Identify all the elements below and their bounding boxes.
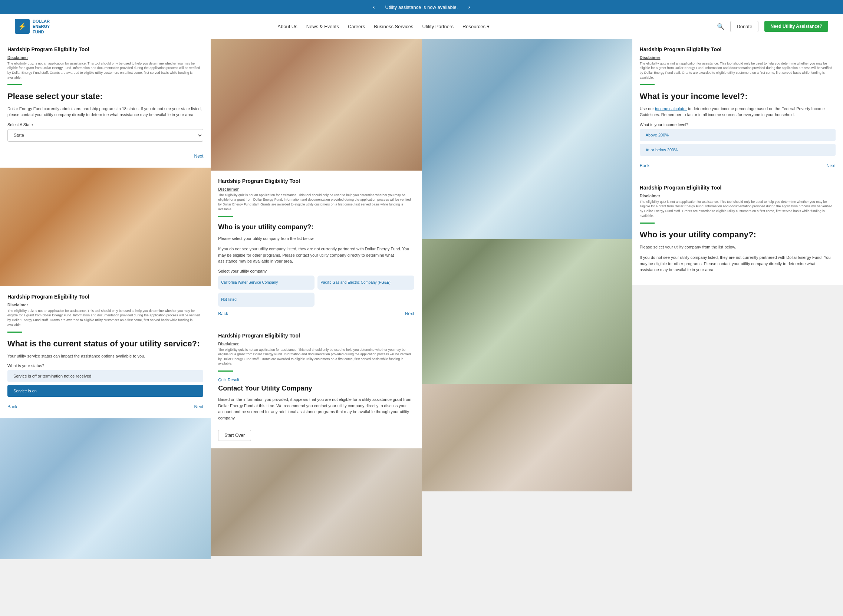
tool-title-3: Hardship Program Eligibility Tool <box>640 46 836 52</box>
card-income-level: Hardship Program Eligibility Tool Discla… <box>632 39 843 177</box>
green-divider-6 <box>640 223 655 224</box>
state-select-label: Select A State <box>7 122 203 127</box>
contact-utility-heading: Contact Your Utility Company <box>218 384 414 393</box>
income-body: Use our income calculator Use our income… <box>640 106 836 118</box>
utility-heading: Who is your utility company?: <box>218 223 414 232</box>
navbar: ⚡ DOLLAR ENERGY FUND About Us News & Eve… <box>0 14 843 39</box>
banner-message: Utility assistance is now available. <box>386 4 458 10</box>
disclaimer-label-2: Disclaimer <box>218 187 414 191</box>
green-divider-5 <box>218 371 233 372</box>
donate-button[interactable]: Donate <box>730 21 758 32</box>
photo-baby <box>422 39 632 239</box>
nav-about[interactable]: About Us <box>277 24 297 29</box>
disclaimer-text-4: The eligibility quiz is not an applicati… <box>7 308 203 327</box>
column-4: Hardship Program Eligibility Tool Discla… <box>632 39 843 559</box>
green-divider-2 <box>218 216 233 217</box>
tool-title-4: Hardship Program Eligibility Tool <box>7 294 203 300</box>
green-divider-1 <box>7 84 22 85</box>
card2-nav: Back Next <box>218 309 414 318</box>
status-option-off[interactable]: Service is off or termination notice rec… <box>7 370 203 382</box>
disclaimer-label-4: Disclaimer <box>7 303 203 307</box>
banner-next-button[interactable]: › <box>465 4 473 10</box>
photo-elderly-couple <box>211 448 421 556</box>
photo-elderly-woman <box>422 384 632 491</box>
card-service-status: Hardship Program Eligibility Tool Discla… <box>0 286 211 418</box>
nav-business[interactable]: Business Services <box>374 24 413 29</box>
tool-title-2: Hardship Program Eligibility Tool <box>218 178 414 184</box>
income-question-label: What is your income level? <box>640 122 836 127</box>
income-calculator-link[interactable]: income calculator <box>655 106 687 111</box>
search-icon[interactable]: 🔍 <box>717 23 724 30</box>
disclaimer-label-5: Disclaimer <box>218 342 414 346</box>
disclaimer-label-6: Disclaimer <box>640 194 836 198</box>
photo-women <box>0 418 211 559</box>
state-next-button[interactable]: Next <box>194 152 204 160</box>
utility-option-pge[interactable]: Pacific Gas and Electric Company (PG&E) <box>317 276 414 290</box>
status-option-on[interactable]: Service is on <box>7 385 203 397</box>
contact-utility-body: Based on the information you provided, i… <box>218 396 414 421</box>
logo-text: DOLLAR ENERGY FUND <box>33 19 50 34</box>
column-3 <box>422 39 632 559</box>
tool-title-1: Hardship Program Eligibility Tool <box>7 46 203 52</box>
income-heading: What is your income level?: <box>640 91 836 102</box>
utility-next-button[interactable]: Next <box>405 309 414 318</box>
utility-body1: Please select your utility company from … <box>218 236 414 242</box>
nav-careers[interactable]: Careers <box>348 24 365 29</box>
status-back-button[interactable]: Back <box>7 403 18 411</box>
service-status-body: Your utility service status can impact t… <box>7 353 203 359</box>
status-question-label: What is your status? <box>7 364 203 368</box>
nav-news[interactable]: News & Events <box>306 24 339 29</box>
logo: ⚡ DOLLAR ENERGY FUND <box>15 19 50 34</box>
income-back-button[interactable]: Back <box>640 162 650 170</box>
card-quiz-result: Hardship Program Eligibility Tool Discla… <box>211 325 421 449</box>
service-status-heading: What is the current status of your utili… <box>7 339 203 349</box>
card-select-state: Hardship Program Eligibility Tool Discla… <box>0 39 211 168</box>
tool-title-5: Hardship Program Eligibility Tool <box>218 333 414 339</box>
top-banner: ‹ Utility assistance is now available. › <box>0 0 843 14</box>
column-1: Hardship Program Eligibility Tool Discla… <box>0 39 211 559</box>
disclaimer-text-5: The eligibility quiz is not an applicati… <box>218 348 414 366</box>
need-assistance-button[interactable]: Need Utility Assistance? <box>764 21 828 32</box>
utility-body2: If you do not see your utility company l… <box>218 246 414 264</box>
utility-options-grid: California Water Service Company Pacific… <box>218 276 414 307</box>
nav-resources[interactable]: Resources ▾ <box>462 24 490 29</box>
start-over-button[interactable]: Start Over <box>218 430 251 441</box>
nav-links: About Us News & Events Careers Business … <box>277 24 489 29</box>
state-heading: Please select your state: <box>7 91 203 102</box>
family-photo-sim <box>0 168 211 286</box>
disclaimer-text-1: The eligibility quiz is not an applicati… <box>7 61 203 80</box>
tool-title-6: Hardship Program Eligibility Tool <box>640 185 836 191</box>
utility-bottom-heading: Who is your utility company?: <box>640 230 836 240</box>
nav-right: 🔍 Donate Need Utility Assistance? <box>717 21 828 32</box>
logo-icon: ⚡ <box>15 19 30 34</box>
photo-family <box>0 168 211 286</box>
card3-nav: Back Next <box>640 162 836 170</box>
card1-nav: Next <box>7 152 203 160</box>
disclaimer-text-2: The eligibility quiz is not an applicati… <box>218 193 414 211</box>
utility-option-cal-water[interactable]: California Water Service Company <box>218 276 315 290</box>
state-body: Dollar Energy Fund currently administers… <box>7 106 203 118</box>
disclaimer-label-3: Disclaimer <box>640 55 836 60</box>
main-content: Hardship Program Eligibility Tool Discla… <box>0 39 843 559</box>
banner-prev-button[interactable]: ‹ <box>370 4 378 10</box>
utility-back-button[interactable]: Back <box>218 309 228 318</box>
status-next-button[interactable]: Next <box>194 403 204 411</box>
utility-select-label: Select your utility company <box>218 269 414 273</box>
card4-nav: Back Next <box>7 403 203 411</box>
disclaimer-text-6: The eligibility quiz is not an applicati… <box>640 199 836 218</box>
disclaimer-text-3: The eligibility quiz is not an applicati… <box>640 61 836 80</box>
photo-dad-kids <box>422 239 632 384</box>
card-utility-company: Hardship Program Eligibility Tool Discla… <box>211 171 421 325</box>
quiz-result-label: Quiz Result <box>218 377 414 382</box>
utility-bottom-body2: If you do not see your utility company l… <box>640 254 836 273</box>
card-utility-bottom-right: Hardship Program Eligibility Tool Discla… <box>632 177 843 285</box>
green-divider-4 <box>7 331 22 333</box>
green-divider-3 <box>640 84 655 85</box>
state-dropdown[interactable]: State <box>7 129 203 142</box>
nav-utility[interactable]: Utility Partners <box>422 24 454 29</box>
photo-couple-child <box>211 39 421 171</box>
utility-option-not-listed[interactable]: Not listed <box>218 293 315 307</box>
income-below-200[interactable]: At or below 200% <box>640 144 836 156</box>
income-next-button[interactable]: Next <box>826 162 836 170</box>
income-above-200[interactable]: Above 200% <box>640 129 836 141</box>
